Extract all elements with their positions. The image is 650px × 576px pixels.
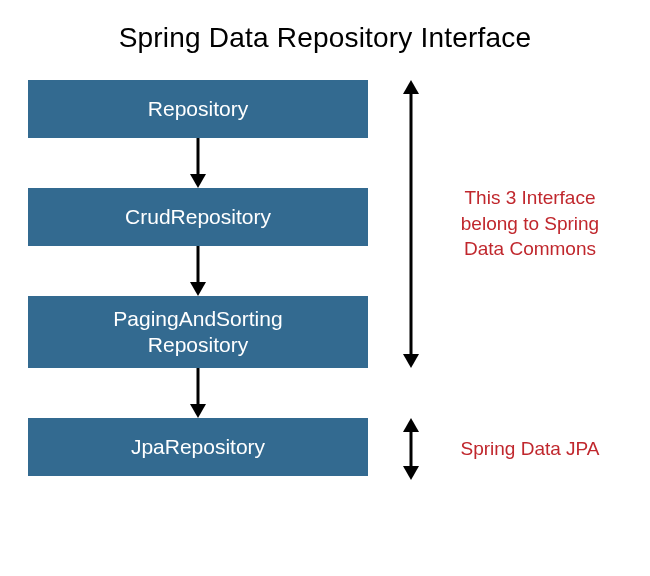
svg-marker-5 bbox=[190, 404, 206, 418]
page-title: Spring Data Repository Interface bbox=[0, 0, 650, 54]
svg-marker-7 bbox=[403, 80, 419, 94]
bracket-bottom bbox=[398, 418, 424, 480]
svg-marker-11 bbox=[403, 466, 419, 480]
svg-marker-8 bbox=[403, 354, 419, 368]
arrow-down-icon bbox=[28, 246, 368, 296]
svg-marker-10 bbox=[403, 418, 419, 432]
box-paging-text: PagingAndSorting Repository bbox=[113, 306, 282, 359]
box-crud-repository: CrudRepository bbox=[28, 188, 368, 246]
svg-marker-3 bbox=[190, 282, 206, 296]
paging-line2: Repository bbox=[148, 333, 248, 356]
box-jpa-repository: JpaRepository bbox=[28, 418, 368, 476]
hierarchy-diagram: Repository CrudRepository PagingAndSorti… bbox=[28, 80, 368, 476]
bracket-top bbox=[398, 80, 424, 368]
arrow-down-icon bbox=[28, 138, 368, 188]
box-paging-repository: PagingAndSorting Repository bbox=[28, 296, 368, 368]
annotation-bottom: Spring Data JPA bbox=[445, 436, 615, 462]
arrow-down-icon bbox=[28, 368, 368, 418]
svg-marker-1 bbox=[190, 174, 206, 188]
annotation-top: This 3 Interface belong to Spring Data C… bbox=[445, 185, 615, 262]
paging-line1: PagingAndSorting bbox=[113, 307, 282, 330]
box-repository: Repository bbox=[28, 80, 368, 138]
